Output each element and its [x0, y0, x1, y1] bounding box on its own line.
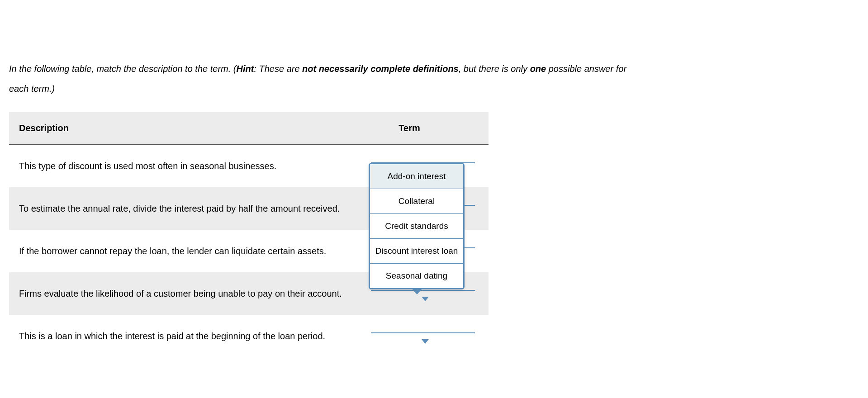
instr-mid2: , but there is only	[459, 64, 530, 74]
instructions-text: In the following table, match the descri…	[9, 59, 642, 99]
header-term: Term	[357, 112, 489, 145]
term-cell	[357, 315, 489, 357]
matching-table-wrap: Description Term This type of discount i…	[9, 112, 489, 357]
chevron-down-icon[interactable]	[422, 339, 429, 345]
instr-bold1: not necessarily complete definitions	[302, 64, 459, 74]
term-dropdown-menu[interactable]: Add-on interest Collateral Credit standa…	[369, 163, 465, 289]
chevron-down-icon[interactable]	[422, 297, 429, 302]
page-root: In the following table, match the descri…	[0, 0, 868, 366]
instr-bold2: one	[530, 64, 546, 74]
instr-hint-label: Hint	[236, 64, 254, 74]
svg-marker-3	[422, 297, 429, 301]
instr-pre: In the following table, match the descri…	[9, 64, 236, 74]
description-cell: This is a loan in which the interest is …	[9, 315, 357, 357]
description-cell: To estimate the annual rate, divide the …	[9, 187, 357, 230]
header-description: Description	[9, 112, 357, 145]
table-row: This is a loan in which the interest is …	[9, 315, 489, 357]
description-cell: Firms evaluate the likelihood of a custo…	[9, 272, 357, 315]
svg-marker-4	[422, 339, 429, 344]
description-cell: This type of discount is used most often…	[9, 145, 357, 188]
dropdown-option[interactable]: Add-on interest	[370, 164, 463, 189]
description-cell: If the borrower cannot repay the loan, t…	[9, 230, 357, 272]
dropdown-option[interactable]: Discount interest loan	[370, 239, 463, 264]
dropdown-option[interactable]: Credit standards	[370, 214, 463, 239]
dropdown-option[interactable]: Collateral	[370, 189, 463, 214]
dropdown-option[interactable]: Seasonal dating	[370, 264, 463, 288]
instr-mid1: : These are	[254, 64, 302, 74]
term-select[interactable]	[371, 330, 475, 333]
